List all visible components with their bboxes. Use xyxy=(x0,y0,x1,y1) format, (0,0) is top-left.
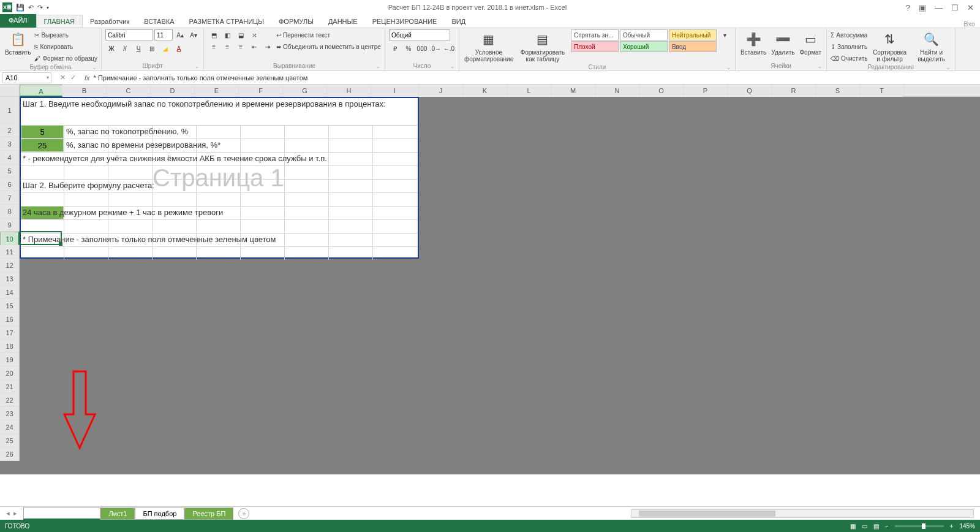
row-header[interactable]: 16 xyxy=(0,313,20,326)
autosum-button[interactable]: ΣАвтосумма xyxy=(831,29,868,40)
currency-icon[interactable]: ₽ xyxy=(389,43,401,54)
clear-button[interactable]: ⌫Очистить xyxy=(831,53,868,64)
help-icon[interactable]: ? xyxy=(906,3,910,12)
comma-icon[interactable]: 000 xyxy=(416,43,428,54)
row-header[interactable]: 2 xyxy=(0,124,20,137)
row-header[interactable]: 10 xyxy=(0,232,20,245)
row-header[interactable]: 9 xyxy=(0,218,20,232)
sheet-tab-bp-registry[interactable]: Реестр БП xyxy=(184,507,233,520)
horizontal-scrollbar[interactable] xyxy=(631,509,974,518)
font-size-select[interactable] xyxy=(154,29,173,40)
fill-button[interactable]: ↧Заполнить xyxy=(831,41,868,52)
align-top-icon[interactable]: ⬒ xyxy=(208,29,220,40)
styles-more-icon[interactable]: ▾ xyxy=(719,29,731,40)
italic-icon[interactable]: К xyxy=(119,43,131,54)
decrease-font-icon[interactable]: A▾ xyxy=(187,29,200,40)
row-header[interactable]: 8 xyxy=(0,205,20,218)
style-hide[interactable]: Спрятать зн... xyxy=(571,29,619,40)
font-name-select[interactable] xyxy=(105,29,153,40)
tab-page-layout[interactable]: РАЗМЕТКА СТРАНИЦЫ xyxy=(182,15,271,28)
column-header[interactable]: O xyxy=(639,85,684,97)
row-header[interactable]: 3 xyxy=(0,137,20,151)
row-header[interactable]: 5 xyxy=(0,164,20,178)
format-cells-button[interactable]: ▭Формат xyxy=(799,29,823,57)
column-header[interactable]: L xyxy=(507,85,551,97)
percent-icon[interactable]: % xyxy=(402,43,415,54)
column-header[interactable]: E xyxy=(195,85,239,97)
style-normal[interactable]: Обычный xyxy=(620,29,668,40)
row-header[interactable]: 26 xyxy=(0,447,20,461)
conditional-format-button[interactable]: ▦Условное форматирование xyxy=(463,29,514,64)
fx-icon[interactable]: fx xyxy=(85,74,94,82)
align-center-icon[interactable]: ≡ xyxy=(221,41,233,52)
column-header[interactable]: F xyxy=(239,85,283,97)
tab-insert[interactable]: ВСТАВКА xyxy=(137,15,181,28)
align-right-icon[interactable]: ≡ xyxy=(235,41,247,52)
column-header[interactable]: P xyxy=(684,85,728,97)
input-cell-a3[interactable]: 25 xyxy=(21,139,64,152)
column-header[interactable]: D xyxy=(151,85,195,97)
column-header[interactable]: G xyxy=(283,85,327,97)
format-as-table-button[interactable]: ▤Форматировать как таблицу xyxy=(517,29,568,64)
delete-cells-button[interactable]: ➖Удалить xyxy=(770,29,796,57)
row-header[interactable]: 15 xyxy=(0,299,20,313)
row-header[interactable]: 23 xyxy=(0,407,20,420)
column-header[interactable]: Q xyxy=(728,85,772,97)
row-header[interactable]: 24 xyxy=(0,420,20,434)
row-header[interactable]: 7 xyxy=(0,191,20,205)
save-icon[interactable]: 💾 xyxy=(16,4,24,12)
ribbon-options-icon[interactable]: ▣ xyxy=(919,3,926,12)
bold-icon[interactable]: Ж xyxy=(105,43,118,54)
column-header[interactable]: B xyxy=(62,85,107,97)
zoom-out-icon[interactable]: − xyxy=(885,523,889,530)
column-header[interactable]: A xyxy=(20,85,62,97)
row-header[interactable]: 11 xyxy=(0,245,20,259)
row-header[interactable]: 25 xyxy=(0,434,20,447)
sheet-tab-source-data[interactable]: Исходные данные xyxy=(23,507,100,520)
find-select-button[interactable]: 🔍Найти и выделить xyxy=(912,29,951,64)
spreadsheet-grid[interactable]: ABCDEFGHIJKLMNOPQRST 1234567891011121314… xyxy=(0,85,980,474)
increase-font-icon[interactable]: A▴ xyxy=(174,29,186,40)
row-header[interactable]: 18 xyxy=(0,340,20,353)
border-icon[interactable]: ⊞ xyxy=(146,43,158,54)
row-header[interactable]: 13 xyxy=(0,272,20,286)
underline-icon[interactable]: Ч xyxy=(132,43,145,54)
dec-decimal-icon[interactable]: ←.0 xyxy=(443,43,455,54)
align-left-icon[interactable]: ≡ xyxy=(208,41,220,52)
tab-developer[interactable]: Разработчик xyxy=(83,15,137,28)
formula-input[interactable]: * Примечание - заполнять только поля отм… xyxy=(94,74,980,82)
undo-icon[interactable]: ↶ xyxy=(28,4,34,12)
name-box[interactable]: A10 xyxy=(2,72,51,83)
column-header[interactable]: H xyxy=(327,85,371,97)
input-cell-a2[interactable]: 5 xyxy=(21,125,64,139)
style-bad[interactable]: Плохой xyxy=(571,41,619,52)
paste-button[interactable]: 📋 Вставить xyxy=(4,29,32,57)
file-tab[interactable]: ФАЙЛ xyxy=(0,14,36,28)
row-header[interactable]: 6 xyxy=(0,178,20,191)
row-header[interactable]: 4 xyxy=(0,151,20,164)
row-header[interactable]: 14 xyxy=(0,286,20,299)
column-header[interactable]: J xyxy=(419,85,463,97)
zoom-slider[interactable] xyxy=(895,525,944,527)
row-header[interactable]: 22 xyxy=(0,393,20,407)
view-normal-icon[interactable]: ▦ xyxy=(850,523,856,530)
new-sheet-button[interactable]: + xyxy=(238,508,249,519)
column-header[interactable]: T xyxy=(860,85,904,97)
row-header[interactable]: 20 xyxy=(0,367,20,380)
row-header[interactable]: 17 xyxy=(0,326,20,340)
view-page-break-icon[interactable]: ▤ xyxy=(873,523,879,530)
maximize-icon[interactable]: ☐ xyxy=(951,3,959,12)
signin-label[interactable]: Вхо xyxy=(963,20,980,28)
row-header[interactable]: 1 xyxy=(0,97,20,124)
indent-inc-icon[interactable]: ⇥ xyxy=(262,41,274,52)
column-header[interactable]: M xyxy=(551,85,595,97)
row-header[interactable]: 12 xyxy=(0,259,20,272)
select-all-corner[interactable] xyxy=(0,85,20,96)
row-header[interactable]: 19 xyxy=(0,353,20,367)
column-header[interactable]: R xyxy=(772,85,816,97)
tab-data[interactable]: ДАННЫЕ xyxy=(321,15,365,28)
minimize-icon[interactable]: — xyxy=(935,3,943,12)
orientation-icon[interactable]: ⤭ xyxy=(248,29,260,40)
row-header[interactable]: 21 xyxy=(0,380,20,393)
copy-button[interactable]: ⎘Копировать xyxy=(34,41,97,52)
